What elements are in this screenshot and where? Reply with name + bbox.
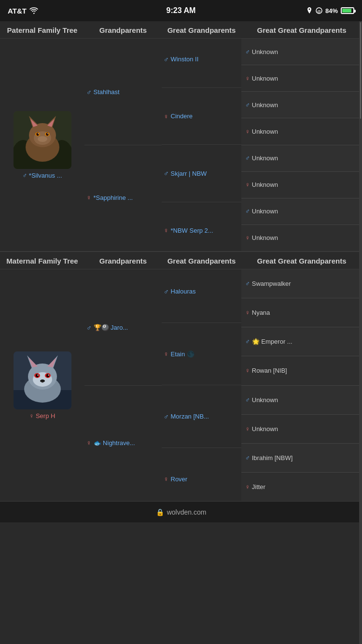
paternal-col3-header: Great Grandparents — [162, 26, 241, 34]
mat-gp-mat-gender: ♀ — [86, 439, 92, 447]
paternal-col4-header: Great Great Grandparents — [241, 26, 362, 34]
mat-gp-pat-name: 🏆🎱 Jaro... — [94, 324, 128, 331]
gp-pat-name: Stahlhast — [94, 88, 120, 96]
battery-percent: 84% — [325, 7, 338, 14]
location-icon — [306, 7, 313, 14]
carrier-text: AT&T — [8, 7, 27, 15]
paternal-gggp-column: ♂ Unknown ♀ Unknown ♂ Unknown ♀ Unknown … — [241, 39, 362, 251]
mat-gggp-2[interactable]: ♂ 🌟 Emperor ... — [241, 327, 362, 356]
gggp-1[interactable]: ♀ Unknown — [241, 65, 362, 92]
maternal-wolf-name[interactable]: ♀ Serp H — [29, 412, 56, 420]
maternal-wolf-gender-symbol: ♀ — [29, 412, 34, 420]
status-right: @ 84% — [306, 7, 354, 14]
mat-ggp-0[interactable]: ♂ Halouras — [162, 282, 241, 301]
paternal-header: Paternal Family Tree Grandparents Great … — [0, 21, 362, 39]
mat-gggp-0[interactable]: ♂ Swampwalker — [241, 269, 362, 298]
svg-point-16 — [36, 133, 39, 136]
svg-point-19 — [47, 133, 48, 134]
scrollbar[interactable] — [359, 21, 362, 644]
mat-gggp-3[interactable]: ♀ Rowan [NIB] — [241, 356, 362, 385]
ggp-0[interactable]: ♂ Winston II — [162, 50, 241, 69]
mat-ggp-2[interactable]: ♂ Morzan [NB... — [162, 407, 241, 426]
maternal-avatar-cell: ♀ Serp H — [0, 269, 84, 501]
paternal-ggp-column: ♂ Winston II ♀ Cindere ♂ Skjarr | NBW ♀ … — [162, 39, 241, 251]
mat-gggp-6[interactable]: ♂ Ibrahim [NBW] — [241, 444, 362, 473]
mat-gggp-4[interactable]: ♂ Unknown — [241, 386, 362, 415]
mat-ggp-1[interactable]: ♀ Etain 🌑 — [162, 345, 241, 363]
mat-gp-pat-gender: ♂ — [86, 324, 92, 332]
maternal-header: Maternal Family Tree Grandparents Great … — [0, 251, 362, 269]
svg-point-0 — [33, 13, 34, 14]
status-time: 9:23 AM — [167, 6, 196, 15]
svg-point-21 — [38, 136, 47, 142]
svg-text:@: @ — [317, 9, 321, 14]
ggp-3[interactable]: ♀ *NBW Serp 2... — [162, 221, 241, 239]
paternal-gp-paternal[interactable]: ♂ Stahlhast — [84, 41, 162, 144]
gggp-2[interactable]: ♂ Unknown — [241, 92, 362, 118]
wifi-icon — [29, 7, 38, 14]
maternal-wolf-avatar[interactable] — [14, 351, 71, 409]
svg-point-17 — [46, 133, 48, 136]
maternal-gp-maternal[interactable]: ♀ 🐟 Nightrave... — [84, 387, 162, 500]
gggp-5[interactable]: ♀ Unknown — [241, 172, 362, 198]
paternal-avatar-cell: ♂ *Silvanus ... — [0, 39, 84, 251]
bottom-bar: 🔒 wolvden.com — [0, 501, 362, 522]
paternal-wolf-image — [14, 111, 71, 169]
paternal-col2-header: Grandparents — [84, 26, 162, 34]
mat-gggp-1[interactable]: ♀ Nyana — [241, 298, 362, 327]
gp-mat-gender-symbol: ♀ — [86, 194, 92, 201]
paternal-wolf-gender-symbol: ♂ — [22, 172, 27, 179]
maternal-gp-paternal[interactable]: ♂ 🏆🎱 Jaro... — [84, 271, 162, 384]
svg-point-36 — [48, 374, 49, 375]
svg-point-18 — [38, 133, 39, 134]
mat-gp-mat-name: 🐟 Nightrave... — [94, 439, 135, 447]
gp-mat-name: *Sapphirine ... — [94, 194, 133, 201]
ggp-1[interactable]: ♀ Cindere — [162, 107, 241, 126]
maternal-col3-header: Great Grandparents — [162, 257, 241, 265]
gggp-0[interactable]: ♂ Unknown — [241, 39, 362, 65]
paternal-tree: ♂ *Silvanus ... ♂ Stahlhast ♀ *Sapphirin… — [0, 39, 362, 251]
circle-icon: @ — [316, 7, 322, 14]
gggp-3[interactable]: ♀ Unknown — [241, 118, 362, 145]
paternal-gp-maternal[interactable]: ♀ *Sapphirine ... — [84, 146, 162, 250]
bottom-bar-text: wolvden.com — [167, 508, 207, 516]
maternal-gggp-column: ♂ Swampwalker ♀ Nyana ♂ 🌟 Emperor ... ♀ … — [241, 269, 362, 501]
gggp-4[interactable]: ♂ Unknown — [241, 145, 362, 172]
mat-gggp-7[interactable]: ♀ Jitter — [241, 473, 362, 501]
maternal-col2-header: Grandparents — [84, 257, 162, 265]
ggp-2[interactable]: ♂ Skjarr | NBW — [162, 164, 241, 182]
maternal-col1-header: Maternal Family Tree — [0, 257, 84, 265]
paternal-gp-column: ♂ Stahlhast ♀ *Sapphirine ... — [84, 39, 162, 251]
paternal-col1-header: Paternal Family Tree — [0, 26, 84, 34]
maternal-gp-column: ♂ 🏆🎱 Jaro... ♀ 🐟 Nightrave... — [84, 269, 162, 501]
gp-pat-gender-symbol: ♂ — [86, 88, 92, 96]
status-bar: AT&T 9:23 AM @ 84% — [0, 0, 362, 21]
maternal-tree: ♀ Serp H ♂ 🏆🎱 Jaro... ♀ 🐟 Nightrave... ♂… — [0, 269, 362, 501]
paternal-wolf-name[interactable]: ♂ *Silvanus ... — [22, 172, 62, 179]
svg-point-37 — [40, 379, 45, 382]
status-left: AT&T — [8, 7, 38, 15]
gggp-7[interactable]: ♀ Unknown — [241, 225, 362, 251]
lock-icon: 🔒 — [156, 508, 164, 516]
gggp-6[interactable]: ♂ Unknown — [241, 198, 362, 225]
mat-gggp-5[interactable]: ♀ Unknown — [241, 415, 362, 444]
maternal-wolf-image — [14, 351, 71, 409]
battery-icon — [341, 7, 354, 14]
mat-ggp-3[interactable]: ♀ Rover — [162, 470, 241, 488]
svg-point-35 — [37, 374, 38, 375]
maternal-ggp-column: ♂ Halouras ♀ Etain 🌑 ♂ Morzan [NB... ♀ R… — [162, 269, 241, 501]
maternal-col4-header: Great Great Grandparents — [241, 257, 362, 265]
paternal-wolf-avatar[interactable] — [14, 111, 71, 169]
